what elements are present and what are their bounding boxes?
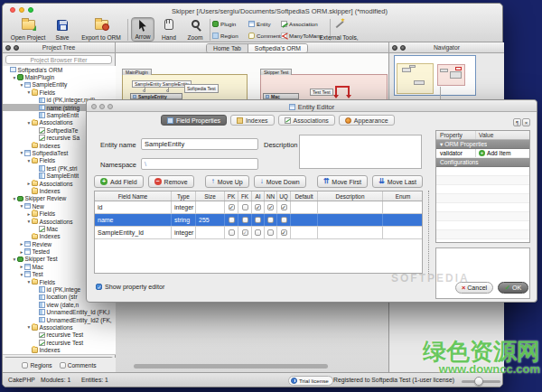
tree-item-mainplugin[interactable]: ▾MainPlugin xyxy=(3,73,116,80)
tree-item-associations[interactable]: ▾Associations xyxy=(3,323,116,331)
red-association-connector[interactable] xyxy=(335,86,350,98)
toolbar-comment-button[interactable]: Comment xyxy=(248,30,281,42)
panel-collapse-icon[interactable] xyxy=(14,45,19,51)
field-row-sampleentity-id[interactable]: SampleEntity_Idinteger xyxy=(95,227,422,239)
zoom-tool-button[interactable]: Zoom xyxy=(183,17,207,42)
dialog-tabs: Field PropertiesIndexesAssociationsAppea… xyxy=(161,115,395,126)
dialog-splitter[interactable] xyxy=(428,191,429,274)
dialog-add-field-button[interactable]: +Add Field xyxy=(94,175,144,188)
dialog-move-first-button[interactable]: ⇈Move First xyxy=(317,175,368,188)
dialog-tab-indexes[interactable]: Indexes xyxy=(230,115,275,126)
entity-name-input[interactable]: SampleEntity xyxy=(141,138,258,150)
field-row-id[interactable]: idinteger xyxy=(95,201,422,214)
field-cell-fk[interactable] xyxy=(238,201,252,213)
dialog-tab-field-properties[interactable]: Field Properties xyxy=(161,115,227,126)
zoom-slider-thumb[interactable] xyxy=(474,377,483,386)
column-header-size[interactable]: Size xyxy=(196,191,225,201)
panel-collapse-icon[interactable] xyxy=(392,45,397,51)
doc-tab-softpedia-s-orm[interactable]: Softpedia's ORM xyxy=(248,44,307,52)
hand-tool-button[interactable]: Hand xyxy=(157,17,181,42)
trial-license-badge[interactable]: Trial license xyxy=(288,376,333,386)
toolbar-entity-button[interactable]: Entity xyxy=(248,18,281,30)
minimize-window-button[interactable] xyxy=(19,7,24,13)
dialog-tab-associations[interactable]: Associations xyxy=(278,115,335,126)
association-label[interactable]: Test Test xyxy=(310,89,333,96)
field-cell-ai[interactable] xyxy=(252,227,265,238)
namespace-input[interactable]: \ xyxy=(141,158,258,170)
tree-item-unnamedentity-id2-fk[interactable]: UnnamedEntity_Id2 (FK, xyxy=(3,316,116,323)
field-cell-pk[interactable] xyxy=(225,227,238,238)
zoom-window-button[interactable] xyxy=(28,7,33,13)
field-cell-pk[interactable] xyxy=(225,214,238,226)
tree-item-softpedia-s-orm[interactable]: Softpedia's ORM xyxy=(3,66,116,73)
field-cell-fk[interactable] xyxy=(238,227,252,238)
property-panel-pin-button[interactable]: ¶ xyxy=(513,118,521,126)
tree-item-fields[interactable]: ▾Fields xyxy=(3,89,116,96)
column-header-ai[interactable]: AI xyxy=(252,191,265,201)
tree-item-indexes[interactable]: Indexes xyxy=(3,346,116,353)
show-property-editor-checkbox[interactable]: Show property editor xyxy=(96,283,164,291)
panel-collapse-icon[interactable] xyxy=(5,45,11,51)
column-header-pk[interactable]: PK xyxy=(225,191,238,201)
field-cell-uq[interactable] xyxy=(277,214,291,226)
property-row-validator[interactable]: validator+Add Item xyxy=(436,149,529,158)
tree-item-recursive-test[interactable]: recursive Test xyxy=(3,339,116,346)
open-project-button[interactable]: Open Project xyxy=(8,17,48,42)
navigator-minimap[interactable] xyxy=(394,55,476,96)
region-label[interactable]: Skipper Test xyxy=(260,69,292,75)
toolbar-region-button[interactable]: Region xyxy=(212,30,248,42)
tree-item-sampleentity[interactable]: ▾SampleEntity xyxy=(3,81,116,89)
canvas-horizontal-scrollbar[interactable] xyxy=(134,364,328,369)
comments-checkbox[interactable]: Comments xyxy=(60,362,97,369)
field-cell-ai[interactable] xyxy=(252,214,265,226)
column-header-fk[interactable]: FK xyxy=(238,191,252,201)
field-cell-uq[interactable] xyxy=(277,201,291,213)
field-cell-nn[interactable] xyxy=(265,214,277,226)
dialog-remove-button[interactable]: −Remove xyxy=(148,175,194,188)
close-window-button[interactable] xyxy=(10,7,15,13)
export-to-orm-button[interactable]: Export to ORM xyxy=(79,17,124,42)
field-cell-nn[interactable] xyxy=(265,227,277,238)
ok-button[interactable]: ✓ OK xyxy=(498,282,528,294)
folder-icon xyxy=(32,120,38,126)
doc-tab-home-tab[interactable]: Home Tab xyxy=(207,44,248,52)
association-label[interactable]: SampleEntity SampleEntity xyxy=(132,80,192,88)
column-header-description[interactable]: Description xyxy=(318,191,383,201)
dialog-tab-appearance[interactable]: Appearance xyxy=(339,115,395,126)
save-button[interactable]: Save xyxy=(50,17,75,42)
column-header-default[interactable]: Default xyxy=(291,191,318,201)
dialog-move-up-button[interactable]: ↑Move Up xyxy=(205,175,249,188)
field-cell-fk[interactable] xyxy=(238,214,252,226)
tree-item-label: Associations xyxy=(40,119,73,126)
field-cell-pk[interactable] xyxy=(225,201,238,213)
entity-softpedia-test[interactable]: Softpedia Test xyxy=(184,84,219,93)
field-cell-ai[interactable] xyxy=(252,201,265,213)
toolbar-plugin-button[interactable]: Plugin xyxy=(212,18,248,30)
tree-item-recursive-test[interactable]: recursive Test xyxy=(3,331,116,339)
column-header-type[interactable]: Type xyxy=(172,191,196,201)
external-tools-button[interactable]: External Tools, xyxy=(310,17,368,42)
assoc-icon xyxy=(39,135,45,141)
tree-item-unnamedentity-id-fk-i[interactable]: UnnamedEntity_Id (FK,i xyxy=(3,309,116,316)
arrow-tool-button[interactable]: Arrow xyxy=(131,17,154,42)
regions-checkbox[interactable]: Regions xyxy=(22,362,51,369)
project-browser-filter-input[interactable]: Project Browser Filter xyxy=(5,55,112,64)
region-label[interactable]: MainPlugin xyxy=(122,69,152,75)
up-arrow-icon: ↑ xyxy=(211,178,215,185)
property-value[interactable]: +Add Item xyxy=(476,149,529,157)
field-cell-nn[interactable] xyxy=(265,201,277,213)
property-panel-close-button[interactable]: × xyxy=(522,118,530,126)
field-cell-uq[interactable] xyxy=(277,227,291,238)
dialog-move-down-button[interactable]: ↓Move Down xyxy=(254,175,306,188)
column-header-enum[interactable]: Enum xyxy=(383,191,423,201)
property-group-orm-properties[interactable]: ▾ ORM Properties xyxy=(436,140,529,149)
cancel-button[interactable]: × Cancel xyxy=(455,282,493,294)
column-header-uq[interactable]: UQ xyxy=(277,191,291,201)
column-header-nn[interactable]: NN xyxy=(265,191,277,201)
description-textarea[interactable] xyxy=(299,135,422,169)
column-header-field-name[interactable]: Field Name xyxy=(95,191,172,201)
dialog-move-last-button[interactable]: ⇊Move Last xyxy=(372,175,423,188)
property-group-configurations[interactable]: Configurations xyxy=(436,158,529,167)
panel-collapse-icon[interactable] xyxy=(400,45,406,51)
field-row-name[interactable]: namestring255 xyxy=(95,214,422,227)
